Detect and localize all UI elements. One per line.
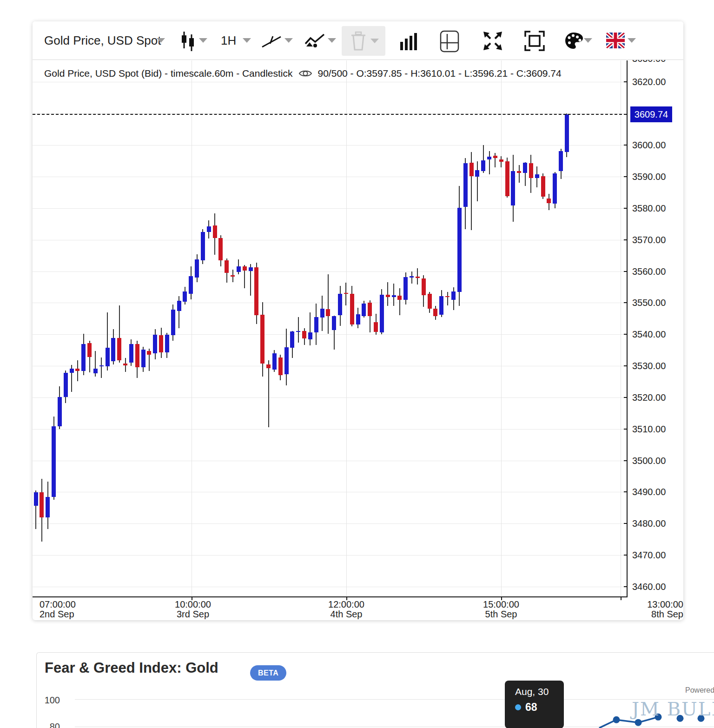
delete-drawings-button[interactable] xyxy=(342,26,385,56)
gridline xyxy=(346,60,347,596)
eye-icon[interactable] xyxy=(298,68,312,79)
candle-body xyxy=(481,160,485,171)
candle-body xyxy=(505,161,509,196)
candle-body xyxy=(201,232,205,261)
fg-axis-label-80: 80 xyxy=(37,721,60,728)
uk-flag-icon[interactable] xyxy=(606,33,625,48)
candle-body xyxy=(565,114,569,152)
candle-body xyxy=(87,343,92,357)
candle-body xyxy=(64,373,68,397)
expand-icon[interactable] xyxy=(483,31,503,51)
beta-badge: BETA xyxy=(250,665,286,681)
time-axis-label: 12:00:004th Sep xyxy=(328,600,364,619)
candle-body xyxy=(70,369,74,373)
candle-body xyxy=(338,294,342,316)
gridline xyxy=(75,699,714,700)
gridline xyxy=(75,727,714,727)
current-price-badge: 3609.74 xyxy=(630,106,672,122)
axis-tick xyxy=(624,208,627,209)
axes-grid-icon[interactable] xyxy=(439,30,460,53)
candlestick-style-icon[interactable] xyxy=(180,31,196,51)
candle-body xyxy=(362,304,366,316)
time-axis-label: 15:00:005th Sep xyxy=(483,600,519,619)
axis-tick xyxy=(621,597,621,600)
chevron-down-icon[interactable] xyxy=(628,38,636,43)
candle-body xyxy=(541,176,545,197)
candle-body xyxy=(451,291,456,300)
candle-body xyxy=(397,296,402,300)
axis-tick xyxy=(624,271,627,272)
candle-body xyxy=(231,275,235,277)
legend-series-label: Gold Price, USD Spot (Bid) - timescale.6… xyxy=(44,68,293,79)
fit-frame-icon[interactable] xyxy=(524,31,545,51)
palette-icon[interactable] xyxy=(564,32,584,50)
candle-wick xyxy=(268,360,269,427)
symbol-selector[interactable]: Gold Price, USD Spot xyxy=(44,33,161,48)
gridline xyxy=(33,145,627,146)
chevron-down-icon[interactable] xyxy=(199,38,207,43)
gold-price-chart-card: Gold Price, USD Spot 1H xyxy=(33,21,683,620)
axis-tick xyxy=(624,365,627,366)
candle-body xyxy=(469,163,474,176)
candle-wick xyxy=(495,153,496,167)
volume-bars-icon[interactable] xyxy=(400,33,418,50)
candle-body xyxy=(314,317,318,332)
interval-selector[interactable]: 1H xyxy=(221,33,236,48)
candle-body xyxy=(218,238,223,261)
price-axis-line xyxy=(627,60,628,597)
trendline-tool-icon[interactable] xyxy=(261,33,283,49)
chevron-down-icon xyxy=(370,39,379,43)
candle-body xyxy=(129,344,133,363)
time-axis-label: 10:00:003rd Sep xyxy=(175,600,211,619)
candle-body xyxy=(111,338,115,361)
chevron-down-icon[interactable] xyxy=(584,38,592,43)
price-axis-label: 3620.00 xyxy=(632,77,666,87)
candle-body xyxy=(171,310,175,335)
candle-body xyxy=(320,309,324,318)
price-axis-label: 3600.00 xyxy=(632,140,666,151)
gridline xyxy=(33,587,627,587)
price-axis-label: 3590.00 xyxy=(632,172,666,182)
candle-body xyxy=(422,278,426,295)
candle-wick xyxy=(519,165,520,183)
gridline xyxy=(33,429,627,430)
candle-body xyxy=(58,397,62,427)
candle-body xyxy=(350,294,354,325)
chevron-down-icon[interactable] xyxy=(243,38,251,43)
candlestick-plot-area[interactable] xyxy=(33,60,627,596)
gridline xyxy=(33,366,627,366)
candle-wick xyxy=(399,288,400,315)
candle-body xyxy=(553,173,557,204)
candle-body xyxy=(493,156,497,158)
candle-body xyxy=(237,266,241,272)
candle-body xyxy=(380,295,384,332)
candle-body xyxy=(183,291,187,302)
candle-body xyxy=(439,296,443,315)
candle-body xyxy=(326,309,330,316)
gridline xyxy=(33,240,627,240)
axis-tick xyxy=(501,597,502,600)
gridline xyxy=(33,523,627,524)
gridline xyxy=(33,555,627,556)
candle-body xyxy=(523,163,527,173)
candle-body xyxy=(392,295,396,297)
time-axis-line xyxy=(33,596,628,597)
chevron-down-icon[interactable] xyxy=(284,38,293,43)
candle-wick xyxy=(298,317,299,343)
legend-ohlc-stats: 90/500 - O:3597.85 - H:3610.01 - L:3596.… xyxy=(318,68,562,79)
indicators-icon[interactable] xyxy=(304,33,326,50)
gridline xyxy=(33,492,627,492)
tooltip-date: Aug, 30 xyxy=(515,686,564,697)
chevron-down-icon[interactable] xyxy=(157,38,165,43)
candle-wick xyxy=(393,284,394,306)
candle-body xyxy=(403,277,408,300)
price-axis-label: 3520.00 xyxy=(632,392,666,403)
candle-wick xyxy=(489,151,490,174)
candle-body xyxy=(147,351,151,355)
chevron-down-icon[interactable] xyxy=(328,38,336,43)
axis-tick xyxy=(624,491,627,492)
candle-body xyxy=(559,151,563,171)
candle-body xyxy=(272,353,277,370)
axis-tick xyxy=(624,523,627,524)
candle-body xyxy=(487,157,491,159)
